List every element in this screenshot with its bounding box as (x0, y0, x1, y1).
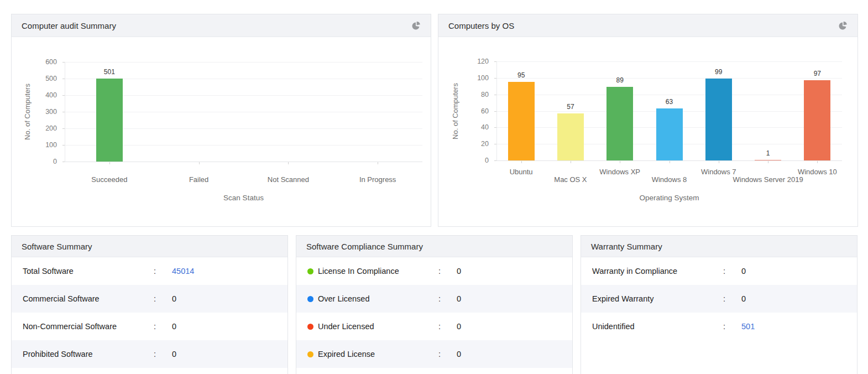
summary-row-label: Total Software (23, 267, 154, 276)
y-tick-label: 0 (438, 157, 489, 164)
x-tick-label-windows-10: Windows 10 (798, 168, 837, 176)
summary-row-label: Prohibited Software (23, 350, 154, 359)
bar-value-windows-xp: 89 (616, 76, 624, 84)
bar-value-windows-7: 99 (715, 68, 722, 76)
y-tick-label: 0 (12, 158, 57, 165)
bar-mac-os-x[interactable] (557, 113, 584, 160)
warranty-summary-card: Warranty Summary Warranty in Compliance:… (581, 235, 857, 374)
software-summary-table: Total Software:45014Commercial Software:… (12, 257, 287, 368)
x-tick-label-mac-os-x: Mac OS X (554, 175, 587, 184)
card-header: Software Summary (12, 236, 287, 257)
colon-separator: : (438, 294, 457, 303)
software-summary-card: Software Summary Total Software:45014Com… (11, 235, 288, 374)
software-compliance-table: License In Compliance:0Over Licensed:0Un… (296, 257, 572, 368)
x-tick-mark (719, 161, 719, 163)
summary-row-value: 0 (172, 350, 176, 359)
x-tick-label-windows-7: Windows 7 (701, 168, 736, 176)
card-header: Software Compliance Summary (296, 236, 572, 257)
x-tick-mark (571, 161, 571, 163)
colon-separator: : (154, 322, 172, 331)
x-axis-title: Scan Status (223, 194, 264, 202)
pie-chart-icon[interactable] (411, 21, 421, 30)
x-tick-label-windows-8: Windows 8 (652, 175, 687, 184)
summary-row-label: Under Licensed (318, 322, 438, 331)
x-axis-title: Operating System (639, 194, 699, 202)
colon-separator: : (438, 322, 457, 331)
bar-windows-8[interactable] (656, 108, 683, 160)
x-tick-label-failed: Failed (189, 175, 208, 184)
summary-row-label: Expired Warranty (592, 294, 723, 303)
y-tick-label: 40 (438, 123, 489, 131)
summary-row: Expired Warranty:0 (581, 285, 857, 313)
status-dot (307, 296, 313, 302)
summary-row-label: Warranty in Compliance (592, 267, 723, 276)
software-compliance-summary-card: Software Compliance Summary License In C… (296, 235, 573, 374)
summary-row-value: 0 (741, 267, 746, 276)
summary-row: Non-Commercial Software:0 (12, 313, 287, 340)
x-tick-label-windows-xp: Windows XP (599, 168, 640, 176)
colon-separator: : (723, 267, 741, 276)
summary-row-label: Unidentified (592, 322, 723, 331)
colon-separator: : (723, 322, 741, 331)
summary-row-value: 0 (172, 294, 176, 303)
card-header: Computer audit Summary (12, 14, 431, 37)
y-tick-label: 60 (438, 107, 489, 115)
bar-succeeded[interactable] (96, 79, 123, 162)
warranty-summary-table: Warranty in Compliance:0Expired Warranty… (581, 257, 857, 340)
summary-row-label: License In Compliance (318, 267, 438, 276)
gridline (496, 61, 842, 62)
y-tick-mark (62, 162, 65, 162)
y-tick-label: 400 (12, 91, 57, 99)
x-tick-label-in-progress: In Progress (359, 175, 396, 184)
y-tick-label: 100 (12, 141, 57, 149)
computer-audit-summary-card: Computer audit Summary No. of Computers0… (11, 14, 431, 227)
gridline (496, 78, 842, 79)
bar-windows-xp[interactable] (606, 87, 633, 160)
bar-windows-10[interactable] (804, 80, 830, 160)
card-title: Software Summary (22, 242, 92, 251)
bar-value-mac-os-x: 57 (567, 103, 574, 111)
x-tick-mark (521, 161, 522, 163)
colon-separator: : (154, 267, 172, 276)
bar-value-succeeded: 501 (104, 68, 115, 76)
summary-row: Total Software:45014 (12, 257, 287, 285)
summary-row: Unidentified:501 (581, 313, 857, 340)
bar-value-windows-server-2019: 1 (766, 149, 770, 157)
card-title: Computer audit Summary (22, 21, 116, 30)
y-tick-label: 200 (12, 124, 57, 132)
summary-row-label: Commercial Software (23, 294, 154, 303)
summary-value-link[interactable]: 501 (741, 322, 755, 331)
summary-row-value: 0 (741, 294, 746, 303)
status-dot (307, 351, 313, 357)
bar-ubuntu[interactable] (508, 82, 535, 160)
x-axis-line (65, 162, 422, 162)
colon-separator: : (154, 350, 172, 359)
x-tick-label-ubuntu: Ubuntu (510, 168, 533, 176)
y-tick-label: 300 (12, 108, 57, 116)
bar-value-windows-8: 63 (666, 98, 673, 106)
pie-chart-icon[interactable] (838, 21, 848, 30)
x-tick-mark (288, 162, 289, 164)
summary-value-link[interactable]: 45014 (172, 267, 194, 276)
colon-separator: : (154, 294, 172, 303)
summary-row: Over Licensed:0 (296, 285, 572, 313)
summary-row-label: Expired License (318, 350, 438, 359)
gridline (65, 62, 422, 63)
y-tick-label: 80 (438, 91, 489, 98)
summary-row: License In Compliance:0 (296, 257, 572, 285)
y-tick-label: 500 (12, 75, 57, 82)
summary-row: Commercial Software:0 (12, 285, 287, 313)
summary-row: Under Licensed:0 (296, 313, 572, 340)
top-card-row: Computer audit Summary No. of Computers0… (11, 14, 858, 227)
summary-row-value: 0 (172, 322, 176, 331)
card-title: Warranty Summary (591, 242, 662, 251)
card-title: Computers by OS (448, 21, 514, 30)
bar-windows-server-2019[interactable] (755, 160, 781, 161)
y-tick-label: 20 (438, 140, 489, 148)
gridline (496, 95, 842, 95)
status-dot (307, 268, 313, 274)
bar-windows-7[interactable] (705, 79, 732, 160)
x-tick-mark (817, 161, 818, 163)
summary-row: Warranty in Compliance:0 (581, 257, 857, 285)
status-dot (307, 324, 313, 330)
